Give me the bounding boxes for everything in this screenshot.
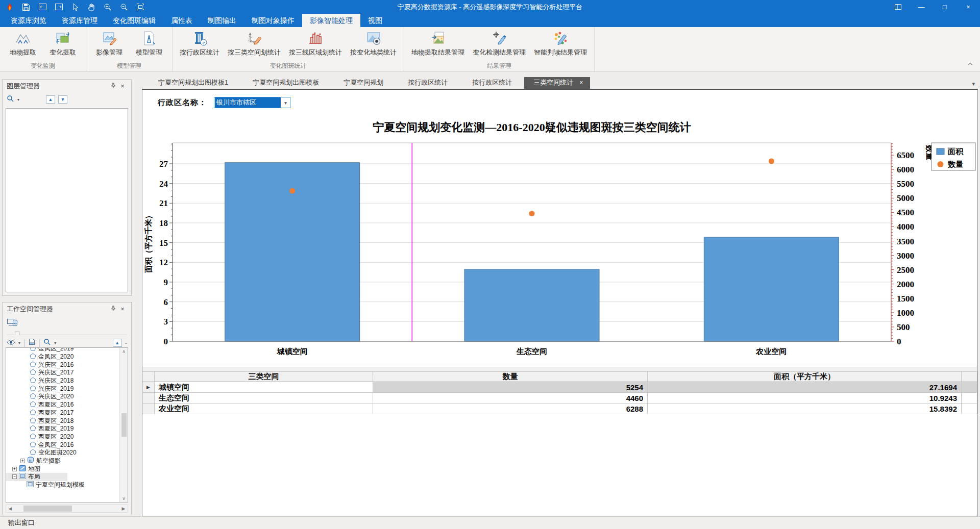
table-row[interactable]: 农业空间 6288 15.8392 (142, 404, 977, 414)
model-manage-button[interactable]: 模型管理 (129, 29, 169, 62)
tree-item[interactable]: 兴庆区_2018 (6, 377, 119, 385)
expand-icon[interactable]: + (20, 459, 25, 463)
close-tab-icon[interactable]: × (579, 79, 583, 86)
tree-item[interactable]: 西夏区_2019 (6, 425, 119, 433)
visibility-dropdown-icon[interactable]: ▾ (18, 341, 20, 345)
workspace-datasource-icon[interactable] (7, 321, 18, 330)
table-row[interactable]: ▶ 城镇空间 5254 27.1694 (142, 382, 977, 393)
doc-tab[interactable]: 宁夏空间规划 (331, 77, 396, 89)
output-window-tab[interactable]: 输出窗口 (8, 518, 35, 527)
feature-extract-button[interactable]: 地物提取 (3, 29, 43, 62)
zoom-extent-icon[interactable] (135, 2, 146, 12)
workspace-manager-title: 工作空间管理器 (7, 305, 53, 314)
close-button[interactable]: × (957, 0, 980, 14)
legend-swatch-area (937, 148, 944, 155)
doc-tab[interactable]: 宁夏空间规划出图模板 (240, 77, 331, 89)
column-header-space[interactable]: 三类空间 (155, 372, 373, 382)
tree-item[interactable]: 宁夏空间规划模板 (6, 481, 119, 489)
column-header-area[interactable]: 面积（平方千米） (648, 372, 962, 382)
ribbon-collapse-button[interactable] (969, 59, 972, 68)
tree-item[interactable]: 西夏区_2018 (6, 417, 119, 425)
menu-tab-view[interactable]: 视图 (360, 14, 390, 27)
app-logo-icon (4, 2, 15, 12)
column-header-count[interactable]: 数量 (373, 372, 648, 382)
expand-icon[interactable]: + (12, 467, 17, 471)
menu-tab-image-ai[interactable]: 影像智能处理 (302, 14, 360, 27)
tree-item[interactable]: + 航空摄影 (6, 457, 119, 465)
dock-right-icon[interactable] (53, 2, 64, 12)
pin-icon[interactable] (109, 83, 118, 90)
tree-horizontal-scrollbar[interactable]: ◀ ▶ (6, 505, 128, 513)
image-manage-button[interactable]: 影像管理 (89, 29, 129, 62)
pin-icon[interactable] (109, 306, 118, 313)
menu-tab-patch-edit[interactable]: 变化图斑编辑 (105, 14, 163, 27)
collapse-icon[interactable]: − (12, 474, 17, 479)
scroll-right-icon[interactable]: ▶ (119, 506, 128, 511)
tree-item[interactable]: + 地图 (6, 465, 119, 473)
menu-tab-resource-manage[interactable]: 资源库管理 (54, 14, 105, 27)
ai-interpret-result-manage-button[interactable]: 智能判读结果管理 (530, 29, 591, 62)
tree-item[interactable]: 西夏区_2016 (6, 401, 119, 409)
tree-item[interactable]: 兴庆区_2017 (6, 369, 119, 377)
menu-tab-map-object[interactable]: 制图对象操作 (244, 14, 302, 27)
stats-by-change-class-button[interactable]: 按变化地类统计 (346, 29, 401, 62)
layout-toggle-icon[interactable] (886, 0, 910, 14)
tree-item[interactable]: 变化图斑2020 (6, 449, 119, 457)
doc-tab[interactable]: 宁夏空间规划出图模板1 (146, 77, 240, 89)
dock-left-icon[interactable] (37, 2, 48, 12)
maximize-button[interactable]: □ (933, 0, 957, 14)
tree-item[interactable]: 金凤区_2016 (6, 441, 119, 449)
doc-tab[interactable]: 按行政区统计 (396, 77, 460, 89)
tree-item[interactable]: 兴庆区_2020 (6, 393, 119, 401)
close-panel-icon[interactable]: × (118, 83, 127, 90)
minimize-button[interactable]: — (910, 0, 933, 14)
tab-list-dropdown-icon[interactable]: ▾ (972, 81, 975, 87)
change-extract-button[interactable]: 变化提取 (43, 29, 83, 62)
layer-search-icon[interactable] (7, 95, 14, 104)
menu-tab-resource-browse[interactable]: 资源库浏览 (3, 14, 54, 27)
scrollbar-thumb[interactable] (23, 506, 72, 512)
menu-tab-attribute-table[interactable]: 属性表 (163, 14, 200, 27)
change-result-manage-button[interactable]: 变化检测结果管理 (469, 29, 530, 62)
search-dropdown-icon[interactable]: ▾ (17, 97, 19, 102)
tree-item[interactable]: 金凤区_2020 (6, 353, 119, 361)
scroll-top-button[interactable]: ▲ (113, 339, 122, 347)
new-document-icon[interactable] (29, 338, 35, 347)
move-layer-down-button[interactable]: ▼ (58, 95, 67, 104)
scroll-up-icon[interactable]: ∧ (122, 349, 126, 354)
stats-by-admin-button[interactable]: e 按行政区统计 (176, 29, 224, 62)
scroll-left-icon[interactable]: ◀ (6, 506, 14, 511)
tree-item[interactable]: 西夏区_2020 (6, 433, 119, 441)
layout-icon (19, 473, 26, 481)
more-options-icon[interactable]: ₌ (125, 341, 127, 345)
stats-by-three-line-button[interactable]: 按三线区域划统计 (285, 29, 346, 62)
doc-tab[interactable]: 按行政区统计 (460, 77, 524, 89)
save-icon[interactable] (20, 2, 32, 12)
point-农业空间 (769, 159, 774, 164)
doc-tab-active[interactable]: 三类空间统计 × (524, 77, 590, 89)
visibility-filter-icon[interactable] (7, 338, 15, 347)
move-layer-up-button[interactable]: ▲ (46, 95, 55, 104)
scroll-down-icon[interactable]: ∨ (122, 496, 126, 501)
search-dropdown-icon[interactable]: ▾ (54, 341, 56, 345)
zoom-in-icon[interactable] (102, 2, 113, 12)
tree-item[interactable]: 西夏区_2017 (6, 409, 119, 417)
combobox-dropdown-icon[interactable]: ▾ (281, 100, 290, 106)
stats-by-three-space-button[interactable]: xz 按三类空间划统计 (224, 29, 285, 62)
select-cursor-icon[interactable] (69, 2, 81, 12)
tree-item[interactable]: 兴庆区_2019 (6, 385, 119, 393)
admin-region-combobox[interactable]: 银川市市辖区 ▾ (214, 97, 290, 108)
menu-tab-map-output[interactable]: 制图输出 (200, 14, 244, 27)
zoom-out-icon[interactable] (118, 2, 130, 12)
tree-item[interactable]: 兴庆区_2016 (6, 361, 119, 369)
table-row[interactable]: 生态空间 4460 10.9243 (142, 393, 977, 404)
scrollbar-thumb[interactable] (121, 413, 127, 437)
layer-list-area[interactable] (6, 108, 128, 292)
tree-item[interactable]: − 布局 (6, 473, 67, 481)
pan-hand-icon[interactable] (86, 2, 97, 12)
close-panel-icon[interactable]: × (118, 306, 127, 313)
chart-table-splitter[interactable] (142, 367, 977, 372)
workspace-search-icon[interactable] (43, 338, 51, 347)
tree-vertical-scrollbar[interactable]: ∧ ∨ (119, 348, 128, 502)
extract-result-manage-button[interactable]: 地物提取结果管理 (407, 29, 469, 62)
